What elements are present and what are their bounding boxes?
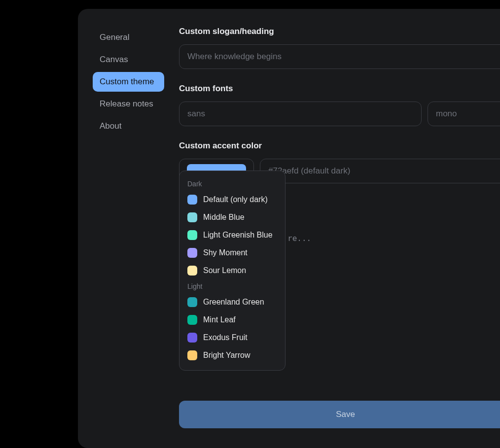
save-button[interactable]: Save <box>179 401 500 428</box>
color-option-light-greenish-blue[interactable]: Light Greenish Blue <box>179 226 285 244</box>
dropdown-group-dark: Dark <box>179 177 285 191</box>
color-option-label: Default (only dark) <box>203 195 268 204</box>
color-option-shy-moment[interactable]: Shy Moment <box>179 244 285 262</box>
color-option-label: Greenland Green <box>203 298 264 307</box>
fonts-heading: Custom fonts <box>179 84 500 94</box>
css-hint-text: re... <box>287 234 311 243</box>
dropdown-group-light: Light <box>179 279 285 293</box>
settings-content: Custom slogan/heading Custom fonts Custo… <box>179 9 500 448</box>
accent-hex-input[interactable] <box>260 159 500 183</box>
color-option-default-dark[interactable]: Default (only dark) <box>179 191 285 208</box>
slogan-section: Custom slogan/heading <box>179 27 500 69</box>
fonts-section: Custom fonts <box>179 84 500 126</box>
color-option-label: Exodus Fruit <box>203 333 248 342</box>
color-option-label: Shy Moment <box>203 248 248 257</box>
slogan-input[interactable] <box>179 44 500 69</box>
color-dot-icon <box>187 297 197 307</box>
color-option-label: Sour Lemon <box>203 266 246 275</box>
color-dot-icon <box>187 230 197 240</box>
color-option-exodus-fruit[interactable]: Exodus Fruit <box>179 329 285 346</box>
color-option-label: Bright Yarrow <box>203 351 250 360</box>
accent-color-dropdown: Dark Default (only dark) Middle Blue Lig… <box>179 171 286 371</box>
sidebar-item-general[interactable]: General <box>93 28 164 47</box>
slogan-heading: Custom slogan/heading <box>179 27 500 36</box>
sidebar-item-custom-theme[interactable]: Custom theme <box>93 72 164 92</box>
color-dot-icon <box>187 212 197 222</box>
mono-font-input[interactable] <box>428 102 500 126</box>
color-option-bright-yarrow[interactable]: Bright Yarrow <box>179 346 285 364</box>
color-option-greenland-green[interactable]: Greenland Green <box>179 293 285 311</box>
color-option-mint-leaf[interactable]: Mint Leaf <box>179 311 285 329</box>
color-dot-icon <box>187 266 197 276</box>
color-option-label: Light Greenish Blue <box>203 231 273 240</box>
color-option-label: Mint Leaf <box>203 315 236 324</box>
color-option-middle-blue[interactable]: Middle Blue <box>179 208 285 226</box>
color-dot-icon <box>187 350 197 360</box>
color-dot-icon <box>187 248 197 258</box>
settings-modal: General Canvas Custom theme Release note… <box>78 9 500 448</box>
sidebar-item-canvas[interactable]: Canvas <box>93 50 164 69</box>
accent-heading: Custom accent color <box>179 141 500 151</box>
color-dot-icon <box>187 315 197 325</box>
color-option-label: Middle Blue <box>203 213 245 222</box>
settings-sidebar: General Canvas Custom theme Release note… <box>78 9 179 448</box>
color-dot-icon <box>187 195 197 205</box>
color-dot-icon <box>187 333 197 343</box>
sidebar-item-about[interactable]: About <box>93 116 164 136</box>
sans-font-input[interactable] <box>179 102 422 126</box>
color-option-sour-lemon[interactable]: Sour Lemon <box>179 262 285 279</box>
sidebar-item-release-notes[interactable]: Release notes <box>93 94 164 114</box>
